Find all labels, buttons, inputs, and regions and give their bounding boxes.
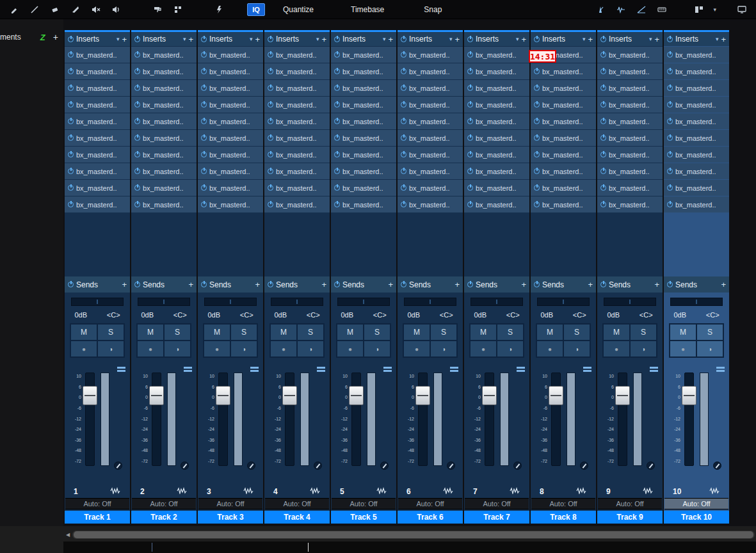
sends-header[interactable]: Sends +: [398, 276, 463, 293]
power-icon[interactable]: [401, 185, 406, 191]
power-icon[interactable]: [600, 52, 606, 58]
insert-slot[interactable]: bx_masterd..: [264, 80, 330, 96]
power-icon[interactable]: [467, 102, 473, 108]
power-icon[interactable]: [467, 282, 473, 287]
record-arm-button[interactable]: ●: [70, 341, 97, 357]
volume-fader[interactable]: [85, 373, 95, 466]
insert-slot[interactable]: bx_masterd..: [331, 130, 396, 146]
insert-slot[interactable]: bx_masterd..: [131, 80, 197, 96]
insert-slot[interactable]: bx_masterd..: [664, 130, 729, 146]
solo-button[interactable]: S: [630, 324, 657, 341]
automation-mode[interactable]: Auto: Off: [332, 498, 396, 509]
insert-slot[interactable]: bx_masterd..: [65, 163, 130, 179]
sends-header[interactable]: Sends +: [464, 276, 529, 293]
waveform-view-icon[interactable]: [613, 2, 629, 17]
add-send-button[interactable]: +: [388, 280, 393, 289]
insert-slot[interactable]: bx_masterd..: [398, 80, 463, 96]
power-icon[interactable]: [334, 168, 340, 174]
insert-slot[interactable]: bx_masterd..: [65, 47, 130, 63]
pan-value[interactable]: <C>: [639, 311, 653, 319]
add-insert-button[interactable]: +: [721, 35, 726, 44]
insert-slot[interactable]: bx_masterd..: [264, 130, 330, 146]
power-icon[interactable]: [467, 168, 473, 174]
fader-mode-icon[interactable]: [716, 367, 725, 373]
volume-fader[interactable]: [551, 373, 561, 466]
insert-slot[interactable]: bx_masterd..: [198, 47, 263, 63]
insert-slot[interactable]: bx_masterd..: [198, 80, 263, 96]
power-icon[interactable]: [68, 118, 74, 124]
monitor-button[interactable]: ◑: [696, 341, 723, 357]
insert-slot[interactable]: bx_masterd..: [264, 147, 330, 163]
record-arm-button[interactable]: ●: [603, 341, 630, 357]
fader-handle[interactable]: [349, 386, 364, 405]
inserts-header[interactable]: Inserts ▾ +: [597, 30, 663, 46]
record-arm-button[interactable]: ●: [337, 341, 364, 357]
insert-slot[interactable]: bx_masterd..: [198, 130, 263, 146]
inserts-header[interactable]: Inserts ▾ +: [531, 30, 596, 46]
power-icon[interactable]: [134, 52, 140, 58]
sends-header[interactable]: Sends +: [264, 276, 330, 293]
power-icon[interactable]: [534, 168, 540, 174]
solo-button[interactable]: S: [497, 324, 524, 341]
add-send-button[interactable]: +: [721, 280, 726, 289]
pan-slider[interactable]: [271, 298, 323, 306]
monitor-button[interactable]: ◑: [630, 341, 657, 357]
fader-handle[interactable]: [549, 386, 563, 405]
power-icon[interactable]: [401, 118, 406, 124]
pan-slider[interactable]: [604, 298, 656, 306]
add-insert-button[interactable]: +: [588, 35, 593, 44]
power-icon[interactable]: [667, 185, 673, 191]
power-icon[interactable]: [534, 85, 540, 91]
add-send-button[interactable]: +: [255, 280, 260, 289]
power-icon[interactable]: [401, 202, 406, 207]
pan-knob[interactable]: [314, 461, 322, 470]
add-insert-button[interactable]: +: [388, 35, 393, 44]
power-icon[interactable]: [534, 202, 540, 207]
volume-fader[interactable]: [152, 373, 161, 466]
power-icon[interactable]: [201, 282, 207, 287]
power-icon[interactable]: [534, 185, 540, 191]
fader-handle[interactable]: [216, 386, 230, 405]
insert-slot[interactable]: bx_masterd..: [464, 47, 529, 63]
pan-knob[interactable]: [513, 461, 522, 470]
add-insert-button[interactable]: +: [521, 35, 526, 44]
insert-slot[interactable]: bx_masterd..: [264, 97, 330, 113]
power-icon[interactable]: [667, 102, 673, 108]
insert-slot[interactable]: bx_masterd..: [331, 196, 396, 212]
pan-knob[interactable]: [114, 461, 122, 470]
power-icon[interactable]: [534, 36, 540, 42]
power-icon[interactable]: [534, 118, 540, 124]
record-arm-button[interactable]: ●: [403, 341, 430, 357]
fader-mode-icon[interactable]: [650, 367, 658, 373]
fader-mode-icon[interactable]: [250, 367, 259, 373]
solo-button[interactable]: S: [297, 324, 324, 341]
power-icon[interactable]: [667, 85, 673, 91]
insert-slot[interactable]: bx_masterd..: [664, 80, 729, 96]
power-icon[interactable]: [467, 85, 473, 91]
power-icon[interactable]: [134, 135, 140, 141]
power-icon[interactable]: [467, 202, 473, 207]
power-icon[interactable]: [401, 68, 406, 74]
record-arm-button[interactable]: ●: [137, 341, 164, 357]
power-icon[interactable]: [534, 135, 540, 141]
insert-slot[interactable]: bx_masterd..: [65, 196, 130, 212]
insert-slot[interactable]: bx_masterd..: [264, 180, 330, 196]
insert-slot[interactable]: bx_masterd..: [597, 147, 663, 163]
mute-button[interactable]: M: [137, 324, 164, 341]
fader-mode-icon[interactable]: [450, 367, 458, 373]
power-icon[interactable]: [600, 202, 606, 207]
insert-slot[interactable]: bx_masterd..: [398, 180, 463, 196]
power-icon[interactable]: [467, 135, 473, 141]
record-arm-button[interactable]: ●: [470, 341, 497, 357]
power-icon[interactable]: [268, 36, 273, 42]
fader-mode-icon[interactable]: [117, 367, 125, 373]
add-insert-button[interactable]: +: [255, 35, 260, 44]
power-icon[interactable]: [334, 202, 340, 207]
chevron-down-icon[interactable]: ▾: [649, 36, 652, 42]
monitor-button[interactable]: ◑: [97, 341, 124, 357]
power-icon[interactable]: [201, 118, 207, 124]
insert-slot[interactable]: bx_masterd..: [398, 97, 463, 113]
volume-fader[interactable]: [618, 373, 627, 466]
insert-slot[interactable]: bx_masterd..: [331, 63, 396, 79]
power-icon[interactable]: [334, 36, 340, 42]
